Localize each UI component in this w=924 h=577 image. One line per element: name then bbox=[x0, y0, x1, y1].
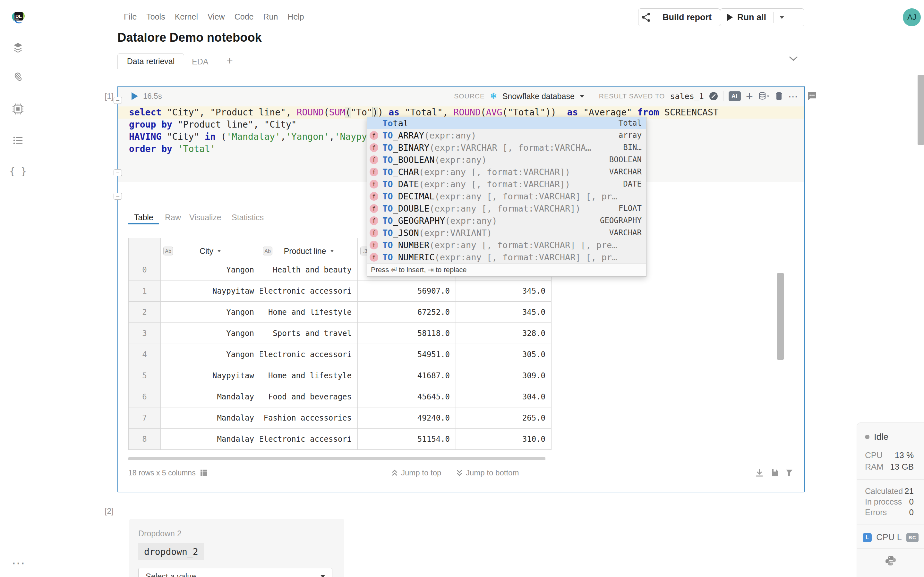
table-cell[interactable]: 265.0 bbox=[456, 408, 551, 429]
table-cell[interactable]: 54951.0 bbox=[358, 344, 456, 365]
row-index-cell[interactable]: 7 bbox=[129, 408, 161, 429]
filter-icon[interactable] bbox=[785, 469, 793, 477]
dropdown-cell[interactable]: Dropdown 2 dropdown_2 Select a value bbox=[129, 519, 344, 577]
table-cell[interactable]: Naypyitaw bbox=[161, 280, 260, 301]
comment-bubble-icon[interactable] bbox=[807, 91, 817, 102]
autocomplete-item-total[interactable]: TotalTotal bbox=[367, 117, 646, 129]
run-options-caret[interactable] bbox=[774, 16, 790, 19]
chevron-down-icon[interactable] bbox=[217, 250, 221, 252]
code-line-4[interactable]: order by 'Total' bbox=[129, 143, 216, 155]
table-cell[interactable]: Electronic accessori bbox=[260, 344, 358, 365]
table-cell[interactable]: Mandalay bbox=[161, 429, 260, 450]
database-icon[interactable] bbox=[758, 91, 770, 101]
chevron-down-icon[interactable] bbox=[330, 250, 334, 252]
run-all-button[interactable]: Run all bbox=[720, 13, 773, 23]
autocomplete-item-to_char[interactable]: fTO_CHAR(expr:any [, format:VARCHAR])VAR… bbox=[367, 166, 646, 178]
save-icon[interactable] bbox=[771, 468, 779, 477]
code-line-2[interactable]: group by "Product line", "City" bbox=[129, 119, 297, 131]
row-index-cell[interactable]: 5 bbox=[129, 365, 161, 386]
outline-list-icon[interactable] bbox=[11, 133, 25, 147]
menu-item-help[interactable]: Help bbox=[288, 12, 304, 21]
autocomplete-item-to_geography[interactable]: fTO_GEOGRAPHY(expr:any)GEOGRAPHY bbox=[367, 214, 646, 227]
table-cell[interactable]: Yangon bbox=[161, 344, 260, 365]
delete-cell-icon[interactable] bbox=[775, 91, 783, 101]
result-table-name[interactable]: sales_1 bbox=[670, 92, 704, 101]
table-cell[interactable]: Electronic accessori bbox=[260, 280, 358, 301]
more-options-icon[interactable]: ⋯ bbox=[11, 555, 26, 571]
variables-braces-icon[interactable]: { } bbox=[11, 164, 25, 178]
table-cell[interactable]: Food and beverages bbox=[260, 386, 358, 408]
table-cell[interactable]: Home and lifestyle bbox=[260, 365, 358, 386]
avatar[interactable]: AJ bbox=[903, 8, 921, 26]
ai-assistant-button[interactable]: AI bbox=[729, 91, 741, 101]
autocomplete-item-to_boolean[interactable]: fTO_BOOLEAN(expr:any)BOOLEAN bbox=[367, 153, 646, 166]
fold-handle[interactable]: − bbox=[113, 97, 122, 104]
menu-item-view[interactable]: View bbox=[208, 12, 225, 21]
table-cell[interactable]: Electronic accessori bbox=[260, 429, 358, 450]
tab-data-retrieval[interactable]: Data retrieval bbox=[118, 53, 184, 69]
python-icon[interactable] bbox=[857, 555, 924, 566]
add-icon[interactable]: + bbox=[746, 91, 753, 101]
edit-result-icon[interactable] bbox=[709, 92, 718, 101]
table-cell[interactable]: Mandalay bbox=[161, 408, 260, 429]
row-index-cell[interactable]: 2 bbox=[129, 301, 161, 323]
build-report-button[interactable]: Build report bbox=[654, 13, 720, 23]
menu-item-tools[interactable]: Tools bbox=[146, 12, 165, 21]
autocomplete-item-to_binary[interactable]: fTO_BINARY(expr:VARCHAR [, format:VARCHA… bbox=[367, 141, 646, 153]
tab-eda[interactable]: EDA bbox=[192, 57, 208, 66]
jump-to-bottom-link[interactable]: Jump to bottom bbox=[456, 468, 519, 477]
row-index-cell[interactable]: 3 bbox=[129, 323, 161, 344]
result-tab-visualize[interactable]: Visualize bbox=[189, 213, 221, 222]
menu-item-kernel[interactable]: Kernel bbox=[175, 12, 198, 21]
table-cell[interactable]: 58118.0 bbox=[358, 323, 456, 344]
autocomplete-item-to_json[interactable]: fTO_JSON(expr:VARIANT)VARCHAR bbox=[367, 227, 646, 239]
table-cell[interactable]: 304.0 bbox=[456, 386, 551, 408]
code-line-3[interactable]: HAVING "City" in ('Mandalay','Yangon','N… bbox=[129, 131, 367, 143]
row-index-cell[interactable]: 6 bbox=[129, 386, 161, 408]
table-cell[interactable]: 345.0 bbox=[456, 301, 551, 323]
menu-item-code[interactable]: Code bbox=[234, 12, 254, 21]
table-cell[interactable]: 328.0 bbox=[456, 323, 551, 344]
environment-chip-icon[interactable] bbox=[11, 102, 25, 116]
dropdown-select[interactable]: Select a value bbox=[138, 568, 333, 577]
table-cell[interactable]: Yangon bbox=[161, 323, 260, 344]
autocomplete-item-to_array[interactable]: fTO_ARRAY(expr:any)array bbox=[367, 129, 646, 141]
table-cell[interactable]: 56907.0 bbox=[358, 280, 456, 301]
table-cell[interactable]: 41687.0 bbox=[358, 365, 456, 386]
chevron-down-icon[interactable] bbox=[580, 95, 584, 98]
table-cell[interactable]: 305.0 bbox=[456, 344, 551, 365]
result-tab-table[interactable]: Table bbox=[134, 213, 153, 222]
run-cell-icon[interactable] bbox=[132, 92, 138, 100]
menu-item-file[interactable]: File bbox=[124, 12, 137, 21]
row-index-cell[interactable]: 8 bbox=[129, 429, 161, 450]
download-icon[interactable] bbox=[755, 468, 764, 477]
column-header-Product line[interactable]: AbProduct line bbox=[260, 238, 358, 264]
row-index-cell[interactable]: 1 bbox=[129, 280, 161, 301]
table-cell[interactable]: Home and lifestyle bbox=[260, 301, 358, 323]
machine-row[interactable]: L CPU L BC bbox=[857, 532, 924, 542]
table-cell[interactable]: 45645.0 bbox=[358, 386, 456, 408]
autocomplete-item-to_number[interactable]: fTO_NUMBER(expr:any [, format:VARCHAR] [… bbox=[367, 239, 646, 251]
autocomplete-item-to_double[interactable]: fTO_DOUBLE(expr:any [, format:VARCHAR])F… bbox=[367, 202, 646, 214]
table-cell[interactable]: 345.0 bbox=[456, 280, 551, 301]
result-tab-statistics[interactable]: Statistics bbox=[232, 213, 264, 222]
autocomplete-item-to_date[interactable]: fTO_DATE(expr:any [, format:VARCHAR])DAT… bbox=[367, 178, 646, 190]
layers-icon[interactable] bbox=[11, 40, 25, 55]
table-cell[interactable]: 51154.0 bbox=[358, 429, 456, 450]
collapse-chevron-icon[interactable] bbox=[788, 55, 799, 63]
table-cell[interactable]: 309.0 bbox=[456, 365, 551, 386]
fold-handle[interactable]: − bbox=[113, 169, 122, 176]
attachments-icon[interactable] bbox=[11, 71, 25, 85]
dropdown-variable-chip[interactable]: dropdown_2 bbox=[138, 543, 204, 560]
horizontal-scrollbar[interactable] bbox=[128, 457, 545, 460]
column-header-City[interactable]: AbCity bbox=[161, 238, 260, 264]
result-tab-raw[interactable]: Raw bbox=[165, 213, 181, 222]
table-cell[interactable]: Yangon bbox=[161, 301, 260, 323]
share-button[interactable] bbox=[638, 12, 654, 23]
table-cell[interactable]: Naypyitaw bbox=[161, 365, 260, 386]
row-index-cell[interactable]: 4 bbox=[129, 344, 161, 365]
cell-more-icon[interactable]: ⋯ bbox=[788, 91, 798, 102]
table-cell[interactable]: 310.0 bbox=[456, 429, 551, 450]
menu-item-run[interactable]: Run bbox=[263, 12, 278, 21]
autocomplete-item-to_decimal[interactable]: fTO_DECIMAL(expr:any [, format:VARCHAR] … bbox=[367, 190, 646, 202]
